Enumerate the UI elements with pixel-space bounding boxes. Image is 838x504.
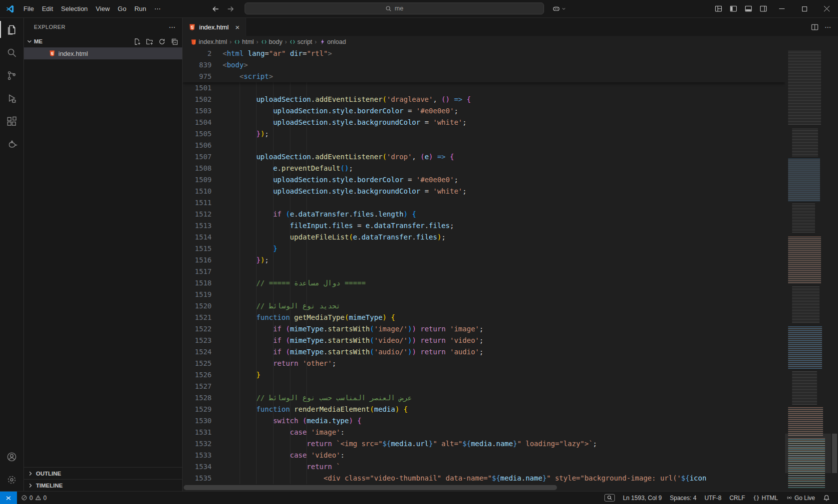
code-line-1521[interactable]: 1521 function getMediaType(mimeType) { <box>183 312 785 323</box>
code-line-1523[interactable]: 1523 if (mimeType.startsWith('video/')) … <box>183 335 785 346</box>
code-line-1509[interactable]: 1509 uploadSection.style.borderColor = '… <box>183 174 785 186</box>
vertical-scrollbar[interactable] <box>831 48 838 491</box>
menu-more[interactable]: ⋯ <box>150 0 165 17</box>
maximize-button[interactable] <box>793 0 816 17</box>
navigate-forward-button[interactable] <box>227 5 235 13</box>
minimize-button[interactable] <box>771 0 793 17</box>
activity-run-debug-button[interactable] <box>0 87 23 110</box>
code-line-1512[interactable]: 1512 if (e.dataTransfer.files.length) { <box>183 209 785 220</box>
menu-edit[interactable]: Edit <box>38 0 57 17</box>
breadcrumb-html[interactable]: html <box>234 38 254 45</box>
activity-extensions-button[interactable] <box>0 110 23 133</box>
tab-index-html[interactable]: index.html × <box>183 18 246 36</box>
tab-close-icon[interactable]: × <box>234 23 241 31</box>
manage-settings-button[interactable] <box>0 468 23 491</box>
timeline-section[interactable]: TIMELINE <box>24 479 182 491</box>
file-item-index-html[interactable]: index.html <box>24 47 182 59</box>
code-line-1520[interactable]: 1520 // تحديد نوع الوسائط <box>183 300 785 312</box>
code-line-1524[interactable]: 1524 if (mimeType.startsWith('audio/')) … <box>183 346 785 358</box>
code-line-1534[interactable]: 1534 return ` <box>183 461 785 473</box>
accounts-button[interactable] <box>0 445 23 468</box>
notifications-bell-button[interactable] <box>819 492 834 504</box>
code-line-1528[interactable]: 1528 // عرض العنصر المناسب حسب نوع الوسا… <box>183 392 785 404</box>
menu-go[interactable]: Go <box>114 0 130 17</box>
code-line-1501[interactable]: 1501 <box>183 82 785 94</box>
code-line-1519[interactable]: 1519 <box>183 289 785 300</box>
toggle-primary-sidebar-button[interactable] <box>726 0 741 17</box>
code-line-975[interactable]: 975 <script> <box>183 71 785 82</box>
code-line-1503[interactable]: 1503 uploadSection.style.borderColor = '… <box>183 105 785 117</box>
activity-search-button[interactable] <box>0 41 23 64</box>
split-editor-button[interactable] <box>811 23 819 31</box>
breadcrumb-script[interactable]: script <box>289 38 312 45</box>
navigate-back-button[interactable] <box>212 5 220 13</box>
sticky-scroll[interactable]: 2<html lang="ar" dir="rtl">839<body>975 … <box>183 48 785 82</box>
code-viewport[interactable]: 2<html lang="ar" dir="rtl">839<body>975 … <box>183 48 785 491</box>
zoom-indicator[interactable] <box>600 492 619 504</box>
more-actions-button[interactable]: ⋯ <box>825 23 831 31</box>
code-line-1527[interactable]: 1527 <box>183 381 785 392</box>
menu-file[interactable]: File <box>19 0 38 17</box>
code-line-1505[interactable]: 1505 }); <box>183 128 785 140</box>
code-line-1535[interactable]: 1535 <div class="video-thumbnail" data-n… <box>183 473 785 484</box>
go-live-button[interactable]: Go Live <box>782 492 819 504</box>
code-line-1515[interactable]: 1515 } <box>183 243 785 254</box>
code-line-1518[interactable]: 1518 // ===== دوال مساعدة ===== <box>183 277 785 289</box>
encoding-indicator[interactable]: UTF-8 <box>700 492 725 504</box>
code-line-1525[interactable]: 1525 return 'other'; <box>183 358 785 369</box>
code-content[interactable]: 15011502 uploadSection.addEventListener(… <box>183 82 785 484</box>
code-line-2[interactable]: 2<html lang="ar" dir="rtl"> <box>183 48 785 59</box>
outline-section[interactable]: OUTLINE <box>24 467 182 479</box>
toggle-secondary-sidebar-button[interactable] <box>756 0 771 17</box>
code-line-1517[interactable]: 1517 <box>183 266 785 277</box>
horizontal-scrollbar[interactable] <box>184 485 557 490</box>
code-line-1531[interactable]: 1531 case 'image': <box>183 427 785 438</box>
minimap[interactable] <box>785 48 831 491</box>
activity-lamp-extension-button[interactable] <box>0 133 23 156</box>
code-line-1529[interactable]: 1529 function renderMediaElement(media) … <box>183 404 785 415</box>
menu-selection[interactable]: Selection <box>57 0 91 17</box>
activity-source-control-button[interactable] <box>0 64 23 87</box>
code-line-1507[interactable]: 1507 uploadSection.addEventListener('dro… <box>183 151 785 163</box>
command-center-search[interactable]: me <box>245 2 544 14</box>
code-line-1508[interactable]: 1508 e.preventDefault(); <box>183 163 785 174</box>
menu-run[interactable]: Run <box>130 0 150 17</box>
cursor-position-indicator[interactable]: Ln 1593, Col 9 <box>619 492 666 504</box>
activity-explorer-button[interactable] <box>0 18 23 41</box>
code-line-1530[interactable]: 1530 switch (media.type) { <box>183 415 785 427</box>
code-line-1532[interactable]: 1532 return `<img src="${media.url}" alt… <box>183 438 785 450</box>
close-button[interactable] <box>816 0 838 17</box>
code-line-1522[interactable]: 1522 if (mimeType.startsWith('image/')) … <box>183 323 785 335</box>
refresh-button[interactable] <box>158 38 166 45</box>
new-folder-button[interactable] <box>146 38 153 45</box>
new-file-button[interactable] <box>133 38 141 45</box>
code-line-1533[interactable]: 1533 case 'video': <box>183 450 785 461</box>
folder-section-me[interactable]: ME <box>24 35 182 47</box>
minimap-slider[interactable] <box>785 434 831 474</box>
code-line-1514[interactable]: 1514 updateFileList(e.dataTransfer.files… <box>183 232 785 243</box>
customize-layout-button[interactable] <box>711 0 726 17</box>
indentation-indicator[interactable]: Spaces: 4 <box>666 492 700 504</box>
code-line-1513[interactable]: 1513 fileInput.files = e.dataTransfer.fi… <box>183 220 785 232</box>
code-line-1506[interactable]: 1506 <box>183 140 785 151</box>
code-line-1504[interactable]: 1504 uploadSection.style.backgroundColor… <box>183 117 785 128</box>
copilot-menu-button[interactable] <box>549 0 569 17</box>
code-line-1516[interactable]: 1516 }); <box>183 254 785 266</box>
eol-indicator[interactable]: CRLF <box>725 492 749 504</box>
breadcrumb-body[interactable]: body <box>261 38 282 45</box>
language-mode-indicator[interactable]: {} HTML <box>749 492 782 504</box>
code-line-1502[interactable]: 1502 uploadSection.addEventListener('dra… <box>183 94 785 105</box>
breadcrumb-file[interactable]: index.html <box>191 38 227 45</box>
remote-indicator-button[interactable] <box>0 492 17 504</box>
problems-indicator[interactable]: 0 0 <box>17 492 50 504</box>
collapse-all-button[interactable] <box>171 38 178 45</box>
code-line-1526[interactable]: 1526 } <box>183 369 785 381</box>
breadcrumb-onload[interactable]: onload <box>319 38 346 45</box>
scrollbar-thumb[interactable] <box>832 434 837 474</box>
menu-view[interactable]: View <box>92 0 114 17</box>
code-line-839[interactable]: 839<body> <box>183 59 785 71</box>
toggle-panel-button[interactable] <box>741 0 756 17</box>
explorer-more-actions-button[interactable]: ⋯ <box>169 23 176 31</box>
code-line-1510[interactable]: 1510 uploadSection.style.backgroundColor… <box>183 186 785 197</box>
code-line-1511[interactable]: 1511 <box>183 197 785 209</box>
